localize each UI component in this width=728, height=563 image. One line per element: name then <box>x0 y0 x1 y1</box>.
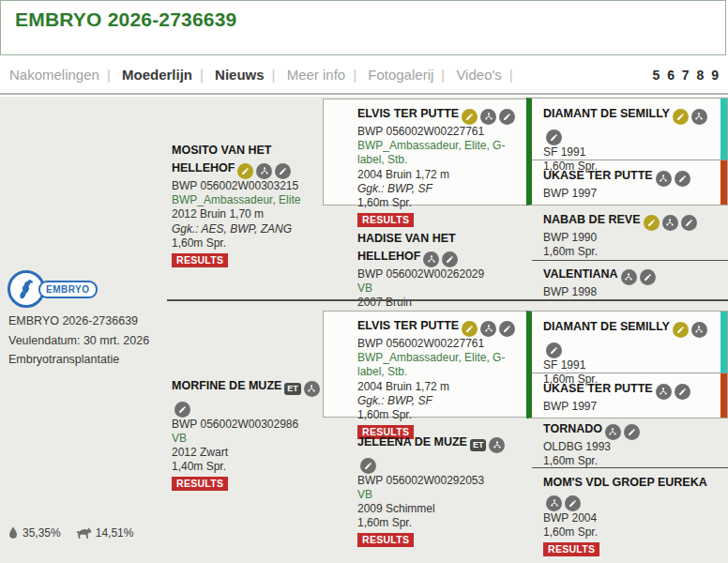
horse-predicates: VB <box>357 488 519 502</box>
pedigree-icon[interactable] <box>656 384 672 400</box>
horse-icons <box>543 491 581 507</box>
stallion-card-elvis-2: ELVIS TER PUTTE BWP 056002W00227761 BWP_… <box>323 311 526 418</box>
tab-fotogalerij[interactable]: Fotogalerij <box>368 67 433 83</box>
pencil-icon[interactable] <box>360 458 376 474</box>
horse-name[interactable]: JELEENA DE MUZE <box>357 435 467 449</box>
horse-name[interactable]: MOM'S VDL GROEP EUREKA <box>543 476 707 489</box>
horse-sport: 1,60m Spr. <box>357 516 519 530</box>
horse-name[interactable]: ELVIS TER PUTTE <box>357 107 459 120</box>
pencil-icon[interactable] <box>624 424 640 440</box>
generation-links[interactable]: 5 6 7 8 9 <box>653 57 721 93</box>
gold-pencil-icon[interactable] <box>673 109 689 125</box>
results-badge[interactable]: RESULTS <box>357 533 414 547</box>
gold-pencil-icon[interactable] <box>462 109 478 125</box>
et-badge[interactable]: ET <box>284 383 301 395</box>
horse-cell-ukase-1: UKASE TER PUTTE BWP 1997 <box>532 160 727 205</box>
cell-divider <box>532 467 728 468</box>
gold-pencil-icon[interactable] <box>644 215 660 231</box>
pencil-icon[interactable] <box>499 321 515 337</box>
horse-icons <box>420 247 458 263</box>
tab-list: Nakomelingen| Moederlijn| Nieuws| Meer i… <box>2 57 513 93</box>
pedigree-icon[interactable] <box>656 171 672 187</box>
horse-birth: 2012 Bruin 1,70 m <box>172 207 327 221</box>
header-box: EMBRYO 2026-2736639 <box>0 0 726 55</box>
results-badge[interactable]: RESULTS <box>357 213 414 227</box>
pencil-icon[interactable] <box>640 269 656 285</box>
tab-nieuws[interactable]: Nieuws <box>215 67 265 83</box>
horse-name[interactable]: NABAB DE REVE <box>543 213 641 226</box>
horse-birth: 2007 Bruin <box>357 296 519 310</box>
horse-name[interactable]: UKASE TER PUTTE <box>543 382 653 395</box>
tab-separator: | <box>107 67 111 83</box>
horse-reg: BWP 056002W00227761 <box>357 337 519 351</box>
tab-moederlijn[interactable]: Moederlijn <box>122 67 192 83</box>
horse-predicates: VB <box>357 282 519 296</box>
horse-cell-valentiana: VALENTIANA BWP 1998 <box>532 265 728 299</box>
tab-bar: Nakomelingen| Moederlijn| Nieuws| Meer i… <box>0 57 728 95</box>
horse-icon <box>10 273 42 305</box>
pencil-icon[interactable] <box>275 163 291 179</box>
tab-videos[interactable]: Video's <box>456 67 501 83</box>
horse-reg: BWP 056002W00262029 <box>357 267 519 282</box>
horse-name[interactable]: DIAMANT DE SEMILLY <box>543 107 670 120</box>
pencil-icon[interactable] <box>565 495 581 511</box>
horse-reg: BWP 056002W00292053 <box>357 474 519 488</box>
horse-icons <box>641 210 697 226</box>
horse-predicates: BWP_Ambassadeur, Elite, G-label, Stb. <box>357 351 519 379</box>
gold-pencil-icon[interactable] <box>237 163 253 179</box>
horse-icons <box>459 104 515 120</box>
pencil-icon[interactable] <box>675 171 690 187</box>
horse-reg: BWP 2004 <box>543 511 715 525</box>
pencil-icon[interactable] <box>675 384 690 400</box>
pencil-icon[interactable] <box>546 129 562 145</box>
horse-name[interactable]: VALENTIANA <box>543 267 618 281</box>
horse-reg: BWP 1997 <box>543 400 714 414</box>
inbreeding-percentage-value: 14,51% <box>96 526 134 540</box>
horse-sport: 1,60m Spr. <box>543 245 715 259</box>
pencil-icon[interactable] <box>174 402 190 418</box>
pedigree-icon[interactable] <box>480 321 496 337</box>
horse-reg: BWP 1990 <box>543 231 715 245</box>
horse-name[interactable]: MORFINE DE MUZE <box>172 379 281 392</box>
results-badge[interactable]: RESULTS <box>543 542 599 556</box>
pedigree-icon[interactable] <box>256 163 272 179</box>
pedigree-icon[interactable] <box>691 322 707 338</box>
pedigree-icon[interactable] <box>662 215 678 231</box>
horse-name[interactable]: TORNADO <box>543 422 602 435</box>
pedigree-icon[interactable] <box>304 381 320 397</box>
horse-name[interactable]: UKASE TER PUTTE <box>543 169 653 182</box>
pencil-icon[interactable] <box>546 342 562 358</box>
tab-separator: | <box>272 67 276 83</box>
pedigree-icon[interactable] <box>489 437 505 453</box>
pedigree-icon[interactable] <box>546 495 562 511</box>
pedigree-icon[interactable] <box>423 251 439 267</box>
results-badge[interactable]: RESULTS <box>172 477 228 491</box>
horse-name[interactable]: DIAMANT DE SEMILLY <box>543 320 670 333</box>
pencil-icon[interactable] <box>499 109 515 125</box>
horse-name[interactable]: ELVIS TER PUTTE <box>357 319 459 332</box>
tab-nakomelingen[interactable]: Nakomelingen <box>9 67 99 83</box>
tab-meer-info[interactable]: Meer info <box>287 67 346 83</box>
pedigree-icon[interactable] <box>480 109 496 125</box>
horse-cell-nabab: NABAB DE REVE BWP 1990 1,60m Spr. <box>532 210 728 259</box>
subject-foal-date: Veulendatum: 30 mrt. 2026 <box>8 334 170 347</box>
cell-divider <box>532 260 728 261</box>
pedigree-icon[interactable] <box>691 109 707 125</box>
gold-pencil-icon[interactable] <box>462 321 478 337</box>
gold-pencil-icon[interactable] <box>673 322 689 338</box>
horse-sport: 1,60m Spr. <box>357 196 519 210</box>
horse-sport: 1,60m Spr. <box>357 408 519 422</box>
embryo-logo: EMBRYO <box>8 270 148 313</box>
et-badge[interactable]: ET <box>470 439 487 451</box>
pedigree-icon[interactable] <box>621 269 637 285</box>
horse-icons <box>602 419 640 435</box>
blood-percentage-value: 35,35% <box>23 526 61 540</box>
blood-percentage: 35,35% <box>8 526 61 540</box>
pencil-icon[interactable] <box>681 215 697 231</box>
bloodline-bar-orange <box>720 373 727 418</box>
pencil-icon[interactable] <box>442 251 458 267</box>
results-badge[interactable]: RESULTS <box>172 253 228 267</box>
pedigree-icon[interactable] <box>605 424 621 440</box>
tab-separator: | <box>509 67 513 83</box>
horse-cell-jeleena: JELEENA DE MUZEET BWP 056002W00292053 VB… <box>323 433 526 547</box>
